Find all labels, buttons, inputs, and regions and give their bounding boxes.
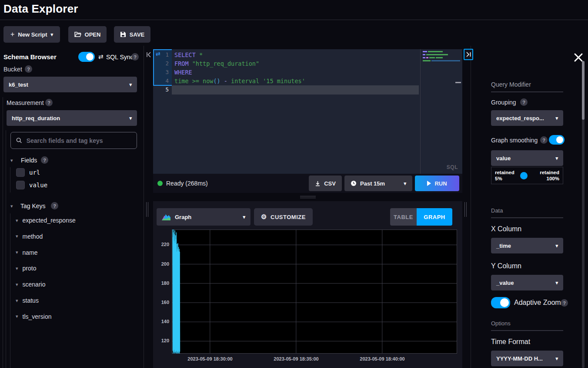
query-status-bar: Ready (268ms) CSV Past 15m ▾ RUN: [153, 174, 462, 193]
tag-key-item[interactable]: ▾proto: [16, 265, 36, 272]
tag-key-item[interactable]: ▾status: [16, 297, 39, 304]
tab-table[interactable]: TABLE: [390, 208, 417, 226]
chart-plot-area[interactable]: [172, 230, 457, 354]
chevron-down-icon: ▾: [555, 116, 558, 121]
minimap-row: [423, 57, 443, 58]
chevron-down-icon: ▾: [404, 181, 406, 186]
chart-canvas: [172, 230, 457, 354]
download-icon: [315, 181, 321, 186]
tag-key-label: status: [23, 297, 39, 304]
chevron-down-icon: ▾: [555, 280, 558, 285]
run-button[interactable]: RUN: [415, 176, 459, 191]
customize-button[interactable]: ⚙ CUSTOMIZE: [254, 208, 313, 226]
grouping-dropdown[interactable]: expected_respo... ▾: [491, 110, 563, 126]
sql-sync-line-icon: ⇄: [156, 51, 160, 57]
query-modifier-heading: Query Modifier: [491, 81, 563, 92]
collapse-left-icon[interactable]: [146, 52, 151, 57]
indent-guide: [6, 130, 6, 368]
measurement-dropdown[interactable]: http_req_duration ▾: [7, 110, 137, 126]
right-scrollbar-thumb[interactable]: [582, 61, 585, 120]
x-column-dropdown[interactable]: _time ▾: [491, 238, 563, 253]
tag-key-label: name: [23, 249, 38, 256]
code-line: 3WHERE: [153, 68, 462, 77]
right-panel-divider: [471, 46, 471, 368]
options-heading: Options: [491, 320, 563, 331]
chevron-down-icon: ▾: [16, 298, 18, 303]
tab-graph[interactable]: GRAPH: [417, 208, 452, 226]
tag-key-item[interactable]: ▾method: [16, 233, 43, 240]
csv-button[interactable]: CSV: [309, 176, 342, 191]
gear-icon: ⚙: [261, 213, 267, 221]
open-button[interactable]: OPEN: [68, 26, 107, 43]
sidebar-divider: [144, 46, 144, 368]
sql-sync-toggle[interactable]: [78, 52, 95, 62]
save-button[interactable]: SAVE: [114, 26, 150, 43]
chevron-down-icon: ▾: [555, 356, 558, 361]
fields-collapse-icon[interactable]: ▾: [10, 158, 13, 163]
code-line: 2FROM "http_req_duration": [153, 59, 462, 68]
view-type-dropdown[interactable]: Graph ▾: [157, 208, 251, 226]
indent-guide: [10, 167, 10, 192]
measurement-help-icon[interactable]: ?: [45, 99, 53, 106]
chevron-down-icon: ▾: [51, 32, 53, 37]
field-item[interactable]: url: [16, 168, 40, 177]
bucket-help-icon[interactable]: ?: [25, 65, 32, 73]
tag-key-item[interactable]: ▾scenario: [16, 281, 45, 288]
smoothing-column-value: value: [496, 155, 511, 162]
y-tick-label: 220: [153, 242, 169, 247]
slider-knob[interactable]: [520, 172, 528, 179]
schema-browser-title: Schema Browser: [3, 53, 57, 61]
tag-key-item[interactable]: ▾expected_response: [16, 217, 76, 224]
minimap[interactable]: [423, 51, 461, 173]
tag-keys-help-icon[interactable]: ?: [51, 202, 58, 209]
time-format-dropdown[interactable]: YYYY-MM-DD H... ▾: [491, 351, 563, 366]
chevron-down-icon: ▾: [243, 215, 245, 219]
line-number: 3: [153, 68, 169, 77]
retained-slider[interactable]: retained5% retained100%: [491, 167, 563, 184]
right-scrollbar-track[interactable]: [582, 61, 585, 368]
graph-tab-label: GRAPH: [424, 214, 445, 220]
new-script-button[interactable]: + New Script ▾: [3, 26, 60, 43]
tag-key-label: proto: [23, 265, 37, 272]
smoothing-column-dropdown[interactable]: value ▾: [491, 150, 563, 166]
field-checkbox[interactable]: [16, 168, 25, 177]
sidebar-splitter-handle[interactable]: [146, 202, 149, 217]
csv-label: CSV: [324, 180, 336, 187]
expand-right-panel-button[interactable]: [464, 49, 473, 60]
bucket-dropdown[interactable]: k6_test ▾: [3, 77, 137, 92]
tag-key-item[interactable]: ▾name: [16, 249, 38, 256]
clock-icon: [351, 180, 357, 186]
time-range-dropdown[interactable]: Past 15m ▾: [344, 176, 412, 191]
close-icon[interactable]: [574, 53, 583, 62]
grouping-help-icon[interactable]: ?: [520, 98, 528, 106]
play-icon: [427, 181, 431, 186]
sql-sync-help-icon[interactable]: ?: [131, 53, 139, 61]
status-dot: [157, 181, 163, 186]
field-checkbox[interactable]: [16, 181, 25, 189]
page-title: Data Explorer: [3, 2, 78, 16]
fields-help-icon[interactable]: ?: [41, 156, 48, 164]
grouping-label: Grouping: [491, 99, 516, 106]
y-tick-label: 140: [153, 319, 169, 324]
status-text: Ready (268ms): [166, 180, 208, 187]
field-item[interactable]: value: [16, 181, 47, 189]
results-splitter-handle[interactable]: [300, 196, 316, 199]
adaptive-zoom-toggle[interactable]: [491, 297, 510, 308]
folder-open-icon: [74, 31, 81, 37]
graph-smoothing-help-icon[interactable]: ?: [540, 136, 548, 144]
right-splitter-handle[interactable]: [464, 202, 467, 217]
y-column-label: Y Column: [491, 262, 521, 270]
tag-keys-collapse-icon[interactable]: ▾: [10, 204, 13, 209]
code-line: 4time >= now() - interval '15 minutes': [153, 77, 462, 85]
y-column-dropdown[interactable]: _value ▾: [491, 275, 563, 290]
indent-guide: [3, 97, 3, 368]
tag-key-item[interactable]: ▾tls_version: [16, 313, 51, 320]
y-column-value: _value: [496, 280, 514, 286]
sql-editor[interactable]: 1SELECT *2FROM "http_req_duration"3WHERE…: [153, 49, 462, 174]
open-label: OPEN: [85, 31, 101, 38]
graph-smoothing-toggle[interactable]: [549, 135, 565, 145]
minimap-row: [423, 51, 443, 52]
search-input[interactable]: [27, 137, 131, 144]
adaptive-zoom-help-icon[interactable]: ?: [561, 299, 568, 307]
time-range-label: Past 15m: [360, 180, 385, 187]
